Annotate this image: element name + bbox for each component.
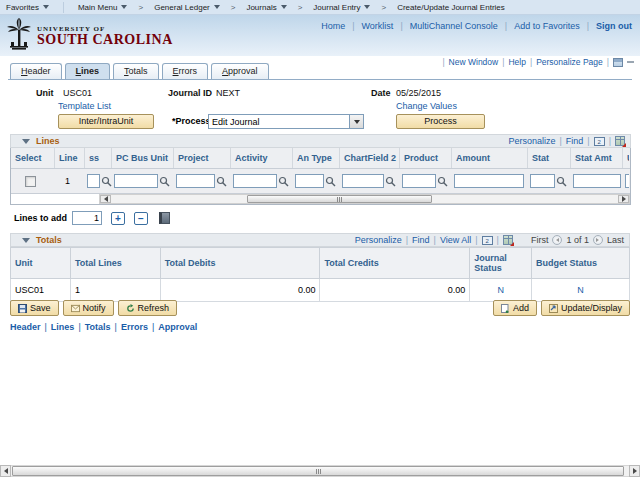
- scroll-thumb[interactable]: [12, 466, 624, 476]
- footer-link-totals[interactable]: Totals: [85, 322, 111, 332]
- footer-link-lines[interactable]: Lines: [51, 322, 75, 332]
- col-header-stat-amt: Stat Amt: [571, 148, 623, 168]
- totals-personalize-link[interactable]: Personalize: [355, 235, 402, 245]
- totals-find-link[interactable]: Find: [412, 235, 430, 245]
- tab-bar: Header Lines Totals Errors Approval: [8, 63, 632, 80]
- footer-link-errors[interactable]: Errors: [121, 322, 148, 332]
- tab-header[interactable]: Header: [10, 63, 62, 79]
- class-input[interactable]: [87, 174, 100, 188]
- scroll-right-arrow[interactable]: [618, 195, 629, 203]
- change-values-link[interactable]: Change Values: [396, 101, 457, 111]
- add-to-favorites-link[interactable]: Add to Favorites: [514, 21, 580, 31]
- page-horizontal-scrollbar[interactable]: [0, 465, 640, 477]
- amount-input[interactable]: [454, 174, 524, 188]
- stat-amt-input[interactable]: [573, 174, 621, 188]
- download-to-excel-icon[interactable]: [503, 235, 513, 245]
- download-to-excel-icon[interactable]: [615, 136, 625, 146]
- add-row-button[interactable]: +: [111, 212, 125, 225]
- tab-totals[interactable]: Totals: [113, 63, 159, 79]
- totals-section-title: Totals: [36, 235, 62, 245]
- breadcrumb-journal-entry[interactable]: Journal Entry: [307, 0, 376, 15]
- breadcrumb-journals[interactable]: Journals: [240, 0, 292, 15]
- scroll-track[interactable]: [11, 465, 629, 477]
- collapse-triangle-icon[interactable]: [22, 238, 30, 243]
- multichannel-console-link[interactable]: MultiChannel Console: [410, 21, 498, 31]
- stat-input[interactable]: [530, 174, 555, 188]
- scroll-left-arrow[interactable]: [100, 195, 111, 203]
- budget-status-link[interactable]: N: [577, 285, 584, 295]
- activity-input[interactable]: [233, 174, 277, 188]
- pager-last-label[interactable]: Last: [607, 235, 624, 245]
- select-dropdown-button[interactable]: [349, 115, 363, 128]
- scroll-right-arrow[interactable]: [629, 465, 640, 477]
- lines-personalize-link[interactable]: Personalize: [508, 136, 555, 146]
- chartfield2-input[interactable]: [342, 174, 384, 188]
- refresh-button[interactable]: Refresh: [118, 300, 178, 316]
- lookup-icon[interactable]: [278, 176, 289, 187]
- breadcrumb: Favorites Main Menu > General Ledger > J…: [0, 0, 640, 15]
- lookup-icon[interactable]: [325, 176, 336, 187]
- view-all-popup-icon[interactable]: 2: [482, 236, 493, 245]
- totals-pager: First 1 of 1 Last: [531, 235, 624, 245]
- journal-status-link[interactable]: N: [497, 285, 504, 295]
- totals-credits-value: 0.00: [320, 279, 470, 302]
- col-header-chartfield2: ChartField 2: [340, 148, 400, 168]
- col-header-stat: Stat: [528, 148, 571, 168]
- notify-button-label: Notify: [83, 301, 106, 315]
- tab-errors[interactable]: Errors: [162, 63, 209, 79]
- home-link[interactable]: Home: [321, 21, 345, 31]
- product-input[interactable]: [402, 174, 436, 188]
- brand-line2: SOUTH CAROLINA: [37, 33, 173, 46]
- scroll-track[interactable]: [111, 195, 618, 203]
- pc-bus-unit-input[interactable]: [114, 174, 158, 188]
- journal-lines-icon[interactable]: [159, 212, 170, 224]
- tab-approval[interactable]: Approval: [211, 63, 269, 79]
- pager-first-label[interactable]: First: [531, 235, 549, 245]
- view-all-popup-icon[interactable]: 2: [594, 137, 605, 146]
- nav-separator: |: [587, 21, 589, 31]
- an-type-input[interactable]: [295, 174, 324, 188]
- totals-grid-actions: Personalize | Find | View All | 2 | Firs…: [355, 235, 624, 245]
- separator: |: [434, 235, 436, 245]
- lookup-icon[interactable]: [385, 176, 396, 187]
- pager-previous-button[interactable]: [552, 235, 562, 245]
- inter-intra-unit-button[interactable]: Inter/IntraUnit: [58, 114, 154, 129]
- lines-grid-actions: Personalize | Find | 2 |: [508, 136, 625, 146]
- project-input[interactable]: [176, 174, 215, 188]
- lookup-icon[interactable]: [556, 176, 567, 187]
- notify-button[interactable]: Notify: [63, 300, 114, 316]
- tab-lines[interactable]: Lines: [65, 63, 111, 79]
- lookup-icon[interactable]: [437, 176, 448, 187]
- breadcrumb-favorites[interactable]: Favorites: [0, 0, 55, 15]
- grid-horizontal-scrollbar[interactable]: [99, 194, 630, 204]
- lookup-icon[interactable]: [159, 176, 170, 187]
- pager-next-button[interactable]: [593, 235, 603, 245]
- lines-find-link[interactable]: Find: [566, 136, 584, 146]
- footer-link-approval[interactable]: Approval: [158, 322, 197, 332]
- save-button[interactable]: Save: [10, 300, 59, 316]
- add-button[interactable]: Add: [493, 300, 537, 316]
- journal-header-fields: Unit USC01 Journal ID NEXT Date 05/25/20…: [0, 84, 640, 136]
- chevron-down-icon: [214, 5, 220, 9]
- breadcrumb-main-menu[interactable]: Main Menu: [72, 0, 134, 15]
- lookup-icon[interactable]: [101, 176, 112, 187]
- template-list-link[interactable]: Template List: [58, 101, 111, 111]
- delete-row-button[interactable]: −: [134, 212, 148, 225]
- process-button[interactable]: Process: [396, 114, 485, 129]
- chevron-down-icon: [354, 120, 360, 124]
- select-checkbox[interactable]: [25, 176, 36, 187]
- update-display-button[interactable]: Update/Display: [541, 300, 630, 316]
- breadcrumb-general-ledger[interactable]: General Ledger: [148, 0, 226, 15]
- lines-to-add-input[interactable]: [72, 211, 102, 225]
- sign-out-link[interactable]: Sign out: [596, 21, 632, 31]
- lookup-icon[interactable]: [216, 176, 227, 187]
- uom-input-truncated[interactable]: [625, 174, 629, 188]
- scroll-thumb[interactable]: [247, 195, 432, 203]
- footer-link-header[interactable]: Header: [10, 322, 41, 332]
- totals-view-all-link[interactable]: View All: [440, 235, 471, 245]
- worklist-link[interactable]: Worklist: [362, 21, 394, 31]
- process-select[interactable]: Edit Journal: [208, 114, 364, 129]
- collapse-triangle-icon[interactable]: [22, 139, 30, 144]
- scroll-left-arrow[interactable]: [0, 465, 11, 477]
- breadcrumb-separator: >: [293, 3, 308, 12]
